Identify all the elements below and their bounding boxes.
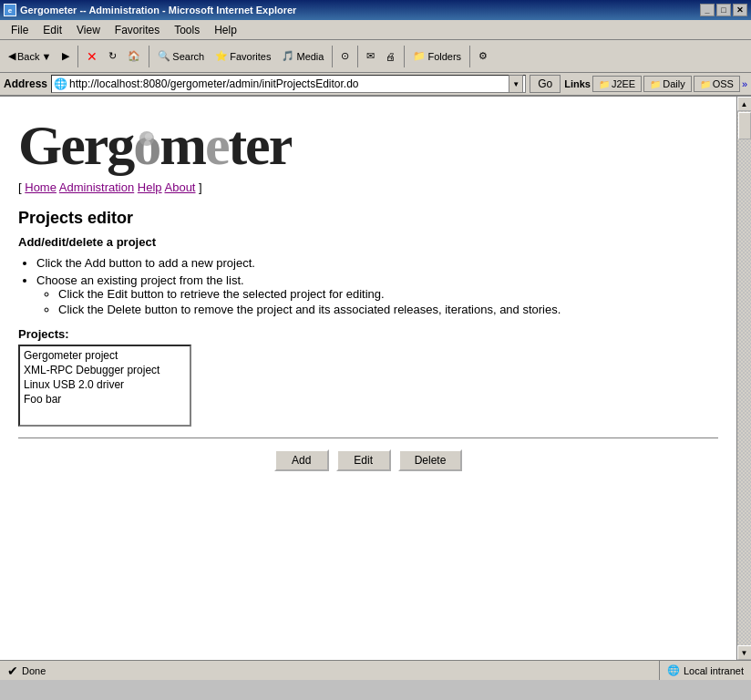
toolbar: ◀ Back ▼ ▶ ✕ ↻ 🏠 🔍 Search ⭐ Favorites 🎵 …	[0, 40, 751, 73]
history-icon: ⊙	[341, 50, 349, 62]
projects-label: Projects:	[18, 327, 718, 341]
media-button[interactable]: 🎵 Media	[277, 44, 328, 69]
status-zone: 🌐 Local intranet	[659, 661, 744, 680]
menu-help[interactable]: Help	[207, 22, 244, 38]
delete-button[interactable]: Delete	[398, 449, 463, 471]
content-wrapper: Gergometer [ Home Administration Help Ab…	[0, 97, 751, 660]
menu-file[interactable]: File	[4, 22, 36, 38]
link-daily[interactable]: 📁 Daily	[643, 76, 691, 92]
toolbar-separator-2	[149, 46, 149, 67]
scroll-thumb[interactable]	[738, 112, 751, 139]
edit-button[interactable]: Edit	[336, 449, 391, 471]
nav-home[interactable]: Home	[25, 180, 57, 194]
status-bar: ✔ Done 🌐 Local intranet	[0, 660, 751, 680]
back-dropdown-icon: ▼	[41, 51, 51, 62]
sub-instruction-1: Click the Edit button to retrieve the se…	[58, 287, 718, 301]
links-label: Links	[564, 78, 591, 89]
nav-help[interactable]: Help	[138, 180, 162, 194]
projects-listbox[interactable]: Gergometer project XML-RPC Debugger proj…	[18, 345, 191, 427]
address-label: Address	[4, 77, 47, 90]
buttons-row: Add Edit Delete	[18, 449, 718, 471]
project-item-2[interactable]: Linux USB 2.0 driver	[22, 377, 188, 392]
window-title: Gergometer -- Administration - Microsoft…	[20, 5, 296, 15]
mail-button[interactable]: ✉	[362, 44, 379, 69]
folders-icon: 📁	[413, 50, 426, 62]
refresh-icon: ↻	[108, 50, 117, 62]
toolbar-separator-1	[77, 46, 78, 67]
project-item-1[interactable]: XML-RPC Debugger project	[22, 363, 188, 377]
forward-button[interactable]: ▶	[57, 44, 74, 69]
address-input[interactable]	[69, 77, 509, 90]
zone-icon: 🌐	[667, 664, 680, 676]
toolbar-separator-6	[469, 46, 470, 67]
media-icon: 🎵	[282, 50, 294, 62]
home-button[interactable]: 🏠	[123, 44, 145, 69]
links-bar: Links 📁 J2EE 📁 Daily 📁 OSS »	[564, 76, 747, 92]
sub-instruction-list: Click the Edit button to retrieve the se…	[58, 287, 718, 316]
link-icon-j2ee: 📁	[599, 79, 610, 89]
search-icon: 🔍	[158, 50, 170, 62]
link-oss[interactable]: 📁 OSS	[694, 76, 740, 92]
links-expand[interactable]: »	[742, 78, 747, 89]
add-button[interactable]: Add	[274, 449, 329, 471]
link-icon-daily: 📁	[650, 79, 661, 89]
menu-edit[interactable]: Edit	[36, 22, 69, 38]
instruction-list: Click the Add button to add a new projec…	[36, 256, 718, 316]
back-button[interactable]: ◀ Back ▼	[4, 44, 56, 69]
search-button[interactable]: 🔍 Search	[153, 44, 209, 69]
nav-bracket-close: ]	[199, 180, 202, 194]
section-title: Add/edit/delete a project	[18, 235, 718, 249]
settings-button[interactable]: ⚙	[474, 44, 492, 69]
settings-icon: ⚙	[478, 50, 488, 62]
home-icon: 🏠	[128, 50, 140, 62]
status-text: Done	[22, 665, 46, 676]
toolbar-separator-4	[357, 46, 358, 67]
sub-instruction-2: Click the Delete button to remove the pr…	[58, 303, 718, 316]
scroll-up[interactable]: ▲	[737, 97, 752, 111]
scrollbar: ▲ ▼	[736, 97, 751, 660]
link-icon-oss: 📁	[700, 79, 711, 89]
go-button[interactable]: Go	[530, 75, 561, 93]
folders-button[interactable]: 📁 Folders	[408, 44, 466, 69]
address-input-container: 🌐 ▼	[51, 75, 526, 93]
zone-text: Local intranet	[684, 665, 744, 676]
maximize-button[interactable]: □	[716, 4, 731, 16]
status-icon: ✔	[7, 664, 18, 678]
nav-about[interactable]: About	[165, 180, 196, 194]
mail-icon: ✉	[366, 50, 375, 62]
print-icon: 🖨	[386, 51, 396, 62]
page-icon: 🌐	[54, 77, 67, 90]
title-bar: e Gergometer -- Administration - Microso…	[0, 0, 751, 20]
scroll-track	[737, 111, 751, 645]
close-button[interactable]: ✕	[733, 4, 747, 16]
menu-bar: File Edit View Favorites Tools Help	[0, 20, 751, 40]
address-dropdown[interactable]: ▼	[509, 75, 523, 93]
instruction-2: Choose an existing project from the list…	[36, 273, 718, 316]
print-button[interactable]: 🖨	[381, 44, 400, 69]
forward-icon: ▶	[62, 50, 69, 62]
svg-point-2	[145, 133, 152, 140]
project-item-3[interactable]: Foo bar	[22, 392, 188, 407]
address-bar: Address 🌐 ▼ Go Links 📁 J2EE 📁 Daily 📁 OS…	[0, 73, 751, 97]
back-icon: ◀	[8, 50, 15, 62]
menu-view[interactable]: View	[69, 22, 108, 38]
projects-section: Projects: Gergometer project XML-RPC Deb…	[18, 327, 718, 427]
page-title: Projects editor	[18, 209, 718, 228]
minimize-button[interactable]: _	[700, 4, 715, 16]
menu-tools[interactable]: Tools	[167, 22, 207, 38]
stop-button[interactable]: ✕	[82, 44, 102, 69]
link-j2ee[interactable]: 📁 J2EE	[592, 76, 642, 92]
history-button[interactable]: ⊙	[336, 44, 354, 69]
toolbar-separator-3	[332, 46, 333, 67]
scroll-down[interactable]: ▼	[737, 645, 752, 660]
nav-bracket-open: [	[18, 180, 22, 194]
favorites-button[interactable]: ⭐ Favorites	[211, 44, 275, 69]
logo-container: Gergometer	[18, 111, 718, 177]
instruction-1: Click the Add button to add a new projec…	[36, 256, 718, 270]
nav-administration[interactable]: Administration	[59, 180, 134, 194]
logo: Gergometer	[18, 111, 292, 177]
stop-icon: ✕	[87, 49, 98, 64]
refresh-button[interactable]: ↻	[104, 44, 121, 69]
menu-favorites[interactable]: Favorites	[108, 22, 167, 38]
project-item-0[interactable]: Gergometer project	[22, 348, 188, 363]
